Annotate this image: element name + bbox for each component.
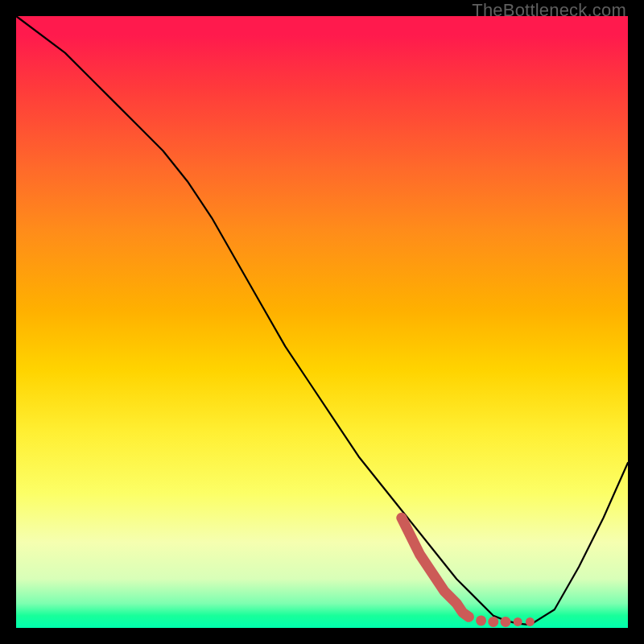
chart-frame: TheBottleneck.com [0,0,644,644]
recommended-range-stroke [402,518,469,617]
recommended-range-dot [501,617,511,627]
watermark-text: TheBottleneck.com [472,0,626,21]
bottleneck-curve [16,16,628,625]
recommended-range-dot [514,617,522,626]
plot-area [16,16,628,628]
recommended-range-dot [526,617,535,626]
recommended-range-dot [476,615,486,625]
recommended-range-dot [488,617,498,627]
curve-layer [16,16,628,628]
